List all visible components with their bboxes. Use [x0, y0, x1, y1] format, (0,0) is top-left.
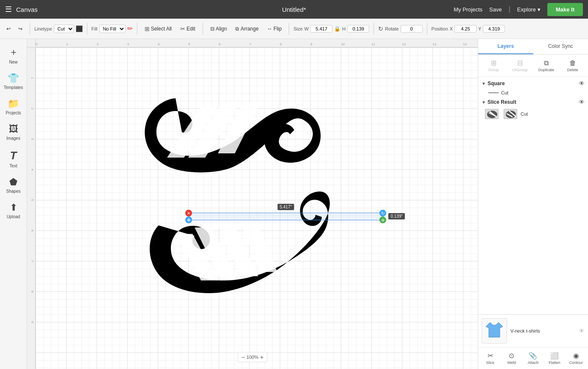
align-label: Align	[216, 26, 227, 32]
arrange-button[interactable]: ⧉ Arrange	[232, 24, 262, 33]
position-label: Position	[432, 26, 448, 31]
ruler-tick-9: 9	[310, 42, 312, 46]
document-title[interactable]: Untitled*	[282, 6, 306, 13]
sep4	[203, 23, 203, 35]
hamburger-menu-icon[interactable]: ☰	[5, 5, 12, 14]
sidebar-item-text[interactable]: T Text	[2, 146, 25, 172]
ruler-tick-0: 0	[36, 42, 37, 46]
rotate-handle[interactable]: ↻	[379, 210, 386, 216]
linetype-select[interactable]: Cut	[54, 25, 74, 33]
sep6	[373, 23, 374, 35]
tab-color-sync[interactable]: Color Sync	[533, 39, 588, 54]
sidebar-item-new[interactable]: ＋ New	[2, 42, 25, 68]
make-it-button[interactable]: Make It	[547, 3, 583, 16]
duplicate-button[interactable]: ⧉ Duplicate	[535, 58, 558, 74]
flatten-action-icon: ⬜	[550, 352, 559, 360]
contour-action-button[interactable]: ◉ Contour	[566, 350, 586, 366]
zoom-in-button[interactable]: +	[260, 354, 264, 361]
align-button[interactable]: ⊟ Align	[207, 24, 230, 33]
rotate-input[interactable]	[401, 25, 423, 33]
ruler-tick-7: 7	[249, 42, 251, 46]
h-label: H	[342, 26, 346, 31]
height-input[interactable]	[347, 25, 369, 33]
preview-area: V-neck t-shirts 👁	[478, 315, 588, 347]
align-icon: ⊟	[210, 26, 215, 32]
ruler-tick-8: 8	[280, 42, 281, 46]
linetype-color-swatch[interactable]	[76, 25, 83, 32]
sep5	[289, 23, 289, 35]
sidebar-item-shapes[interactable]: ⬟ Shapes	[2, 173, 25, 197]
square-visibility-icon[interactable]: 👁	[579, 80, 585, 87]
square-cut-label: Cut	[501, 90, 585, 95]
redo-button[interactable]: ↪	[15, 24, 25, 33]
flip-button[interactable]: ↔ Flip	[264, 24, 284, 33]
move-handle[interactable]: ✥	[185, 216, 192, 223]
canvas-area[interactable]: 0 1 2 3 4 5 6 7 8 9 10 11 12 13 14 1	[27, 39, 478, 369]
delete-button[interactable]: 🗑 Delete	[561, 58, 585, 74]
preview-label: V-neck t-shirts	[510, 328, 540, 333]
sidebar-images-label: Images	[6, 136, 20, 141]
square-expand-icon: ▼	[482, 81, 486, 86]
height-dimension-label: 0.139"	[388, 213, 405, 219]
layer-section-slice-result[interactable]: ▼ Slice Result 👁	[478, 97, 588, 107]
slice-thumb-2	[504, 109, 517, 119]
canvas-grid[interactable]: 5.417" 0.139" ✕ ↻ ✥ ⊕	[36, 47, 478, 369]
flip-label: Flip	[273, 26, 281, 32]
tab-layers[interactable]: Layers	[478, 39, 533, 54]
main-area: ＋ New 👕 Templates 📁 Projects 🖼 Images T …	[0, 39, 588, 369]
flatten-action-button[interactable]: ⬜ Flatten	[544, 350, 565, 366]
preview-thumbnail[interactable]	[482, 318, 507, 344]
ruler-tick-v-1: 1	[31, 77, 34, 79]
pen-icon[interactable]: ✏	[127, 25, 133, 33]
sidebar-item-upload[interactable]: ⬆ Upload	[2, 199, 25, 222]
sep2	[87, 23, 87, 35]
select-all-icon: ⊞	[145, 25, 150, 32]
select-all-button[interactable]: ⊞ Select All	[142, 24, 175, 34]
layer-section-square[interactable]: ▼ Square 👁	[478, 78, 588, 89]
text-icon: T	[10, 149, 17, 162]
ruler-tick-v-4: 4	[31, 169, 34, 170]
undo-button[interactable]: ↩	[3, 24, 14, 33]
weld-action-icon: ⊙	[509, 352, 514, 360]
scale-handle[interactable]: ⊕	[379, 216, 386, 223]
nav-separator: |	[509, 6, 510, 13]
sidebar-item-projects[interactable]: 📁 Projects	[2, 95, 25, 119]
sidebar-item-images[interactable]: 🖼 Images	[2, 120, 25, 144]
delete-handle[interactable]: ✕	[185, 210, 192, 216]
preview-visibility-icon[interactable]: 👁	[579, 327, 585, 334]
attach-action-button[interactable]: 📎 Attach	[523, 350, 543, 366]
duplicate-label: Duplicate	[538, 68, 555, 72]
width-input[interactable]	[310, 25, 332, 33]
flip-icon: ↔	[267, 26, 272, 32]
weld-action-button[interactable]: ⊙ Weld	[502, 350, 522, 366]
slice-thumbnail-row[interactable]: Cut	[478, 107, 588, 121]
layers-content[interactable]: ▼ Square 👁 Cut ▼ Slice Result 👁	[478, 77, 588, 314]
sep1	[30, 23, 30, 35]
save-link[interactable]: Save	[489, 6, 502, 13]
lock-icon[interactable]: 🔒	[334, 26, 340, 32]
zoom-out-button[interactable]: −	[241, 354, 245, 361]
edit-button[interactable]: ✂ Edit	[177, 24, 198, 34]
zoom-controls: − 100% +	[237, 352, 268, 362]
toolbar: ↩ ↪ Linetype Cut Fill No Fill ✏ ⊞ Select…	[0, 19, 588, 39]
x-input[interactable]	[454, 25, 477, 33]
size-group: Size W 🔒 H	[293, 25, 369, 33]
duplicate-icon: ⧉	[544, 59, 549, 67]
square-cut-item[interactable]: Cut	[478, 89, 588, 97]
y-input[interactable]	[483, 25, 505, 33]
flatten-action-label: Flatten	[549, 361, 560, 365]
ruler-top: 0 1 2 3 4 5 6 7 8 9 10 11 12 13 14	[36, 39, 478, 47]
selection-box[interactable]: 5.417" 0.139" ✕ ↻ ✥ ⊕	[188, 213, 383, 220]
sidebar-item-templates[interactable]: 👕 Templates	[2, 69, 25, 93]
fill-select[interactable]: No Fill	[99, 25, 125, 33]
w-label: W	[304, 26, 309, 31]
slice-action-button[interactable]: ✂ Slice	[480, 350, 501, 366]
slice-visibility-icon[interactable]: 👁	[579, 99, 585, 105]
ungroup-button[interactable]: ⊟ UnGroup	[508, 57, 532, 74]
ruler-tick-3: 3	[127, 42, 129, 46]
attach-action-label: Attach	[528, 361, 539, 365]
y-label: Y	[478, 26, 481, 31]
my-projects-link[interactable]: My Projects	[454, 6, 482, 13]
explore-button[interactable]: Explore ▾	[517, 6, 541, 13]
group-button[interactable]: ⊞ Group	[482, 57, 505, 74]
